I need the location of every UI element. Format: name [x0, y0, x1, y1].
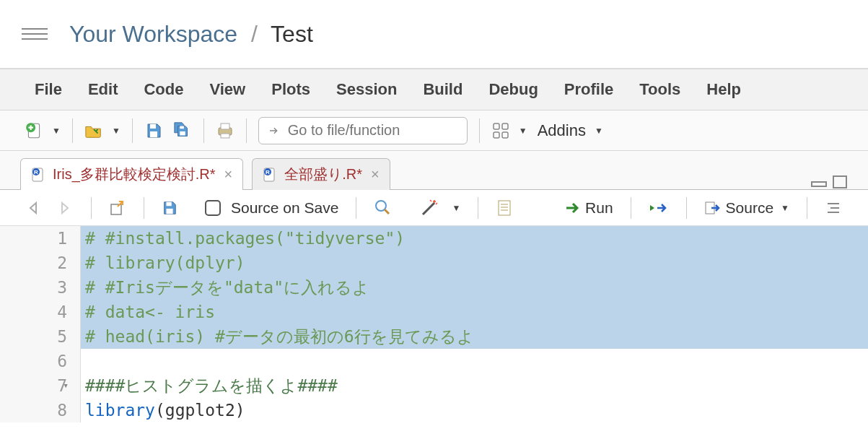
wand-icon[interactable]	[420, 199, 439, 217]
source-label: Source	[726, 199, 774, 217]
menu-tools[interactable]: Tools	[639, 80, 680, 99]
source-on-save-label: Source on Save	[231, 199, 338, 217]
code-lines[interactable]: # #install.packages("tidyverse") # libra…	[81, 226, 868, 422]
new-file-dropdown[interactable]: ▼	[52, 126, 61, 136]
run-arrow-icon	[565, 201, 581, 214]
svg-rect-9	[494, 123, 499, 129]
code-line: library(ggplot2)	[81, 398, 868, 422]
menu-build[interactable]: Build	[423, 80, 463, 99]
breadcrumb-sep: /	[251, 21, 258, 47]
addins-menu[interactable]: Addins ▼	[538, 121, 603, 140]
wand-dropdown[interactable]: ▼	[452, 203, 460, 213]
menu-debug[interactable]: Debug	[488, 80, 538, 99]
tab-close-icon[interactable]: ×	[371, 166, 380, 183]
menu-view[interactable]: View	[209, 80, 245, 99]
svg-rect-8	[221, 134, 229, 138]
menu-edit[interactable]: Edit	[88, 80, 118, 99]
svg-rect-23	[166, 208, 172, 213]
rerun-icon[interactable]	[649, 201, 669, 215]
pane-controls	[810, 175, 848, 189]
notebook-icon[interactable]	[496, 199, 512, 217]
svg-text:R: R	[266, 169, 270, 175]
line-number: 2	[0, 251, 67, 275]
minimize-pane-icon[interactable]	[810, 176, 828, 188]
nav-forward-icon[interactable]	[55, 201, 74, 215]
hamburger-menu-icon[interactable]	[22, 28, 48, 40]
editor-tabs: R Iris_多群比較検定検討.R* × R 全部盛り.R* ×	[0, 151, 868, 190]
r-file-icon: R	[31, 167, 47, 183]
tab-label: 全部盛り.R*	[284, 165, 362, 184]
source-button[interactable]: Source ▼	[704, 199, 789, 217]
svg-rect-10	[502, 123, 508, 129]
svg-rect-22	[166, 201, 171, 206]
svg-rect-21	[111, 204, 121, 214]
grid-dropdown[interactable]: ▼	[519, 126, 527, 136]
code-editor[interactable]: 1 2 3 4 5 6 7 8 # #install.packages("tid…	[0, 226, 868, 422]
top-header: Your Workspace / Test	[0, 0, 868, 69]
svg-rect-2	[150, 124, 156, 129]
editor-toolbar: Source on Save ▼ Run Source ▼	[0, 190, 868, 226]
svg-rect-25	[499, 201, 510, 215]
outline-icon[interactable]	[825, 201, 842, 215]
code-line: # head(iris) #データの最初の6行を見てみるよ	[85, 327, 474, 346]
goto-search-box[interactable]	[258, 117, 468, 144]
line-gutter: 1 2 3 4 5 6 7 8	[0, 226, 81, 422]
open-folder-dropdown[interactable]: ▼	[112, 126, 120, 136]
popout-icon[interactable]	[109, 200, 126, 216]
menu-file[interactable]: File	[35, 80, 62, 99]
goto-search-input[interactable]	[288, 122, 458, 139]
print-icon[interactable]	[216, 121, 234, 140]
r-file-icon: R	[263, 167, 279, 183]
code-line: # #install.packages("tidyverse")	[85, 229, 405, 248]
code-line: # #Irisデータを"data"に入れるよ	[85, 278, 369, 297]
svg-rect-12	[502, 132, 508, 138]
tab-label: Iris_多群比較検定検討.R*	[53, 165, 216, 184]
source-on-save-checkbox[interactable]	[205, 200, 221, 216]
nav-back-icon[interactable]	[26, 201, 45, 215]
code-line: ####ヒストグラムを描くよ####	[85, 376, 338, 395]
run-label: Run	[585, 199, 613, 217]
grid-icon[interactable]	[491, 121, 510, 140]
save-icon[interactable]	[144, 121, 163, 140]
code-line: # library(dplyr)	[85, 253, 245, 272]
save-file-icon[interactable]	[162, 200, 177, 216]
svg-rect-3	[150, 131, 157, 137]
menu-help[interactable]: Help	[706, 80, 741, 99]
line-number: 8	[0, 398, 67, 422]
run-button[interactable]: Run	[565, 199, 613, 217]
svg-rect-19	[812, 182, 826, 186]
open-folder-icon[interactable]	[84, 121, 103, 140]
line-number: 1	[0, 226, 67, 251]
save-all-icon[interactable]	[173, 121, 192, 140]
code-line: # data<- iris	[85, 303, 215, 321]
source-icon	[704, 201, 722, 215]
line-number: 4	[0, 300, 67, 324]
menu-session[interactable]: Session	[336, 80, 397, 99]
goto-arrow-icon	[268, 123, 281, 138]
tab-1[interactable]: R 全部盛り.R* ×	[252, 158, 390, 190]
menu-profile[interactable]: Profile	[564, 80, 613, 99]
breadcrumb-workspace[interactable]: Your Workspace	[69, 21, 237, 47]
svg-rect-7	[221, 123, 229, 129]
svg-point-24	[376, 201, 386, 211]
menu-plots[interactable]: Plots	[271, 80, 310, 99]
svg-rect-5	[180, 131, 185, 135]
line-number: 5	[0, 324, 67, 349]
tab-close-icon[interactable]: ×	[224, 166, 233, 183]
addins-label: Addins	[538, 121, 586, 140]
maximize-pane-icon[interactable]	[832, 175, 848, 189]
find-icon[interactable]	[374, 199, 393, 217]
tab-0[interactable]: R Iris_多群比較検定検討.R* ×	[20, 158, 243, 190]
main-menu-bar: File Edit Code View Plots Session Build …	[0, 69, 868, 110]
breadcrumb: Your Workspace / Test	[69, 21, 313, 48]
svg-text:R: R	[34, 169, 38, 175]
svg-rect-20	[833, 176, 846, 188]
menu-code[interactable]: Code	[144, 80, 183, 99]
line-number: 7	[0, 373, 67, 398]
svg-rect-11	[494, 132, 499, 138]
breadcrumb-project: Test	[271, 21, 313, 47]
main-toolbar: ▼ ▼ ▼ Addins ▼	[0, 110, 868, 151]
new-file-icon[interactable]	[25, 121, 43, 140]
svg-rect-4	[180, 126, 184, 129]
line-number: 3	[0, 275, 67, 300]
